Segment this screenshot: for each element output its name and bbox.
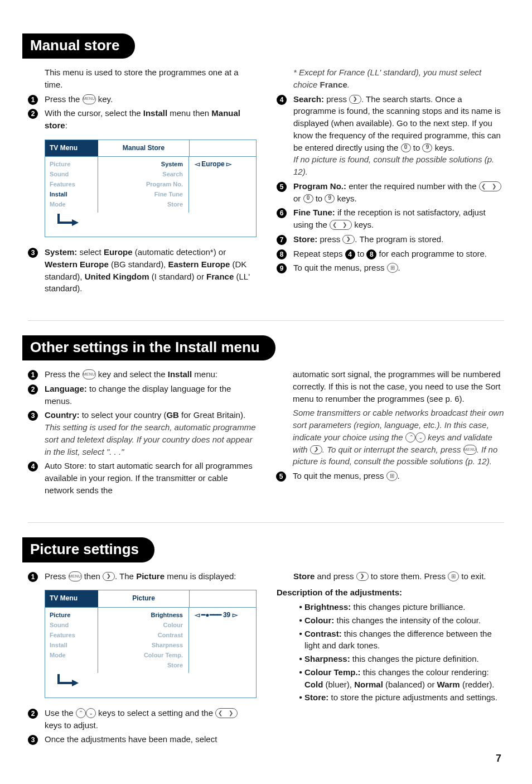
down-key-icon: ⌄ [415, 432, 425, 442]
osd-arrow-icon [45, 213, 98, 237]
right-key-icon: ❯ [103, 572, 115, 581]
heading-other-settings: Other settings in the Install menu [22, 335, 275, 360]
step-num-7: 7 [277, 235, 287, 245]
adjustments-heading: Description of the adjustments: [277, 586, 504, 599]
section-picture-settings: Picture settings 1 Press MENU then ❯. Th… [28, 537, 504, 748]
osd-tvmenu: TV Menu [45, 140, 98, 157]
right-key-icon: ❯ [310, 445, 322, 454]
step-num-3: 3 [28, 248, 38, 258]
section-manual-store: Manual store This menu is used to store … [28, 33, 504, 297]
leftright-key-icon: ❮ ❯ [330, 220, 352, 230]
step-num-9: 9 [277, 263, 287, 273]
step-num-5: 5 [277, 182, 287, 192]
osd-picture: TV Menu Picture Picture Sound Features I… [45, 590, 257, 698]
intro-text: This menu is used to store the programme… [45, 66, 257, 91]
up-key-icon: ⌃ [76, 708, 86, 718]
osd-mid-list: System Search Program No. Fine Tune Stor… [98, 157, 189, 213]
osd-value: ◅ Europe ▻ [189, 157, 256, 213]
down-key-icon: ⌄ [86, 708, 96, 718]
zero-key-icon: 0 [303, 194, 313, 203]
step-num-6: 6 [277, 208, 287, 218]
exit-key-icon: ⊞ [448, 571, 459, 581]
osd-arrow-icon [45, 673, 98, 697]
menu-key-icon: MENU [69, 571, 82, 581]
zero-key-icon: 0 [401, 143, 411, 152]
heading-picture-settings: Picture settings [22, 537, 154, 562]
right-key-icon: ❯ [349, 95, 361, 104]
heading-manual-store: Manual store [22, 33, 135, 59]
nine-key-icon: 9 [422, 143, 432, 152]
page-number: 7 [496, 753, 501, 764]
exit-key-icon: ⊞ [387, 263, 398, 273]
leftright-key-icon: ❮ ❯ [215, 708, 238, 718]
right-key-icon: ❯ [342, 235, 355, 244]
step-num-8: 8 [277, 249, 287, 259]
adjustments-list: Brightness: this changes picture brillia… [304, 601, 504, 704]
step-num-4: 4 [277, 95, 287, 105]
exit-key-icon: ⊞ [386, 471, 398, 481]
osd-manual-store: TV Menu Manual Store Picture Sound Featu… [45, 140, 257, 237]
section-other-settings: Other settings in the Install menu 1 Pre… [28, 335, 504, 499]
leftright-key-icon: ❮ ❯ [479, 181, 501, 191]
up-key-icon: ⌃ [405, 432, 415, 442]
right-key-icon: ❯ [356, 572, 369, 581]
nine-key-icon: 9 [325, 194, 335, 203]
osd-title: Manual Store [98, 140, 189, 157]
step-num-2: 2 [28, 109, 38, 119]
menu-key-icon: MENU [463, 445, 477, 455]
step-num-1: 1 [28, 95, 38, 105]
menu-key-icon: MENU [83, 94, 96, 104]
menu-key-icon: MENU [83, 369, 96, 379]
osd-left-list: Picture Sound Features Install Mode [45, 157, 98, 213]
